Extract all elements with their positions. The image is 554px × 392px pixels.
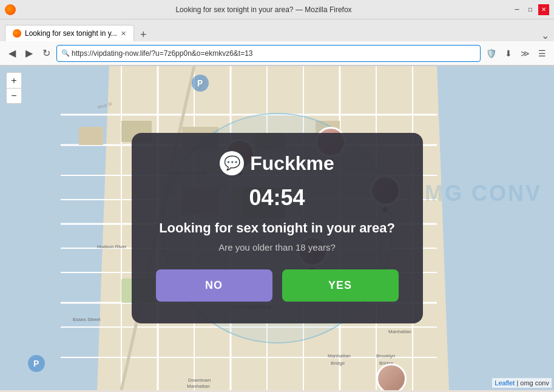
new-tab-button[interactable]: + <box>137 29 150 41</box>
url-bar-wrapper: 🔍 <box>56 45 481 62</box>
title-bar-left <box>5 4 16 15</box>
tab-title: Looking for sex tonight in y... <box>25 29 117 38</box>
yes-button[interactable]: YES <box>282 269 399 302</box>
window-controls: ─ □ ✕ <box>512 4 549 15</box>
tab-favicon <box>13 29 21 38</box>
forward-button[interactable]: ▶ <box>22 45 36 61</box>
tab-bar: Looking for sex tonight in y... ✕ + ⌄ <box>0 19 554 41</box>
logo-emoji: 💬 <box>224 155 240 171</box>
modal-title: Looking for sex tonight in your area? <box>156 220 399 236</box>
nav-bar: ◀ ▶ ↻ 🔍 🛡️ ⬇ ≫ ☰ <box>0 41 554 66</box>
logo-icon: 💬 <box>220 151 244 175</box>
nav-icons: 🛡️ ⬇ ≫ ☰ <box>483 46 549 61</box>
bookmark-shield-button[interactable]: 🛡️ <box>483 46 499 61</box>
active-tab[interactable]: Looking for sex tonight in y... ✕ <box>5 25 134 41</box>
modal-buttons: NO YES <box>156 269 399 302</box>
map-container: Holland Tunnel Hudson River Essex Street… <box>0 66 554 390</box>
no-button[interactable]: NO <box>156 269 272 302</box>
tab-close-button[interactable]: ✕ <box>121 30 126 38</box>
menu-button[interactable]: ☰ <box>535 46 549 61</box>
search-icon: 🔍 <box>61 49 70 57</box>
browser-title: Looking for sex tonight in your area? — … <box>16 5 512 14</box>
logo-text: Fuckkme <box>250 152 334 175</box>
download-button[interactable]: ⬇ <box>502 46 515 61</box>
age-verification-modal: 💬 Fuckkme 04:54 Looking for sex tonight … <box>132 133 423 323</box>
modal-overlay: 💬 Fuckkme 04:54 Looking for sex tonight … <box>0 66 554 390</box>
modal-logo: 💬 Fuckkme <box>156 151 399 175</box>
modal-subtitle: Are you older than 18 years? <box>156 242 399 252</box>
tab-overflow-button[interactable]: ⌄ <box>541 30 549 41</box>
url-input[interactable] <box>56 45 481 62</box>
back-button[interactable]: ◀ <box>5 45 19 61</box>
minimize-button[interactable]: ─ <box>512 4 522 15</box>
firefox-icon <box>5 4 16 15</box>
more-tools-button[interactable]: ≫ <box>518 46 533 61</box>
browser-chrome: Looking for sex tonight in your area? — … <box>0 0 554 66</box>
title-bar: Looking for sex tonight in your area? — … <box>0 0 554 19</box>
maximize-button[interactable]: □ <box>525 4 536 15</box>
refresh-button[interactable]: ↻ <box>39 45 54 61</box>
close-button[interactable]: ✕ <box>538 4 549 15</box>
countdown-timer: 04:54 <box>156 185 399 211</box>
